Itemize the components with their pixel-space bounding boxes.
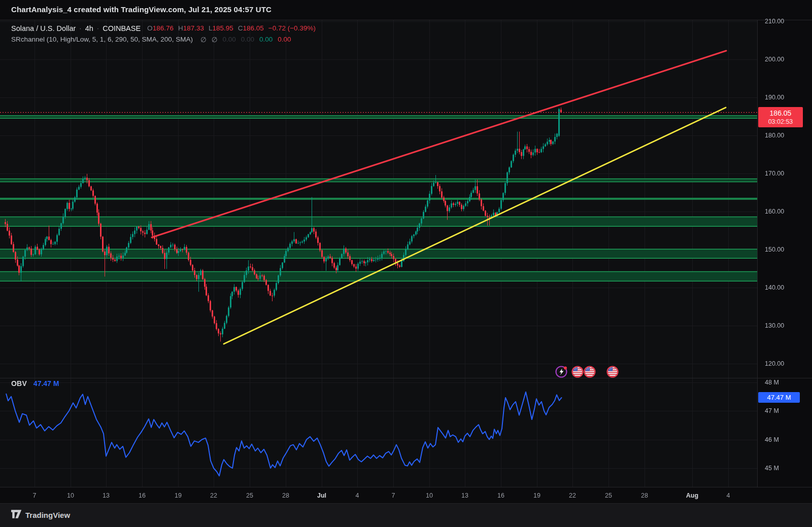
flash-event-icon[interactable] [555, 365, 568, 378]
indicator-value: 0.00 [259, 36, 273, 44]
time-axis-label: Aug [686, 492, 698, 499]
interval-label[interactable]: 4h [85, 24, 93, 32]
page-title: ChartAnalysis_4 created with TradingView… [11, 5, 272, 14]
ohlc-value: 185.95 [212, 24, 233, 32]
time-axis-label: 19 [175, 492, 182, 499]
time-axis-label: 4 [356, 492, 359, 499]
tradingview-brand-text: TradingView [25, 511, 70, 519]
tradingview-brand[interactable]: TradingView [11, 510, 70, 520]
indicator-value: ∅ [212, 36, 218, 44]
time-axis-label: 10 [67, 492, 74, 499]
indicator-title[interactable]: SRchannel (10, High/Low, 5, 1, 6, 290, 5… [11, 36, 193, 43]
price-axis-label: 180.00 [765, 132, 784, 139]
time-axis-label: 25 [605, 492, 612, 499]
us-flag-icon[interactable] [583, 365, 596, 378]
us-flag-icon[interactable] [571, 365, 584, 378]
indicator-value: 0.00 [241, 36, 254, 44]
time-axis-label: 13 [461, 492, 468, 499]
time-axis-label: 7 [33, 492, 37, 499]
indicator-value: 0.00 [223, 36, 236, 44]
time-axis-label: 25 [246, 492, 253, 499]
indicator-value: ∅ [200, 36, 207, 44]
symbol-title[interactable]: Solana / U.S. Dollar [11, 24, 76, 32]
time-axis-label: 28 [641, 492, 648, 499]
ohlc-values: O186.76H187.33L185.95C186.05 [147, 24, 264, 32]
price-axis-label: 150.00 [765, 246, 784, 253]
legend-separator: · [97, 24, 99, 32]
time-axis-label: 7 [392, 492, 395, 499]
obv-value-badge: 47.47 M [758, 392, 800, 403]
bar-countdown: 03:02:53 [758, 117, 803, 126]
obv-axis-label: 46 M [765, 436, 779, 443]
us-flag-icon[interactable] [606, 365, 619, 378]
tradingview-chart-window: ChartAnalysis_4 created with TradingView… [0, 0, 812, 527]
time-axis-label: 16 [497, 492, 504, 499]
time-axis-label: 22 [210, 492, 217, 499]
legend-separator: · [79, 24, 81, 32]
price-axis-label: 120.00 [765, 360, 784, 367]
indicator-row: SRchannel (10, High/Low, 5, 1, 6, 290, 5… [11, 34, 316, 45]
time-axis-label: 28 [282, 492, 289, 499]
indicator-values: ∅∅0.000.000.000.00 [200, 36, 291, 44]
ohlc-pair: H187.33 [178, 24, 204, 32]
time-axis-label: 22 [569, 492, 576, 499]
legend: Solana / U.S. Dollar · 4h · COINBASE O18… [11, 23, 316, 45]
obv-axis-label: 47 M [765, 407, 779, 414]
price-axis-label: 200.00 [765, 56, 784, 63]
price-axis-label: 170.00 [765, 170, 784, 177]
price-axis-label: 210.00 [765, 18, 784, 25]
obv-label[interactable]: OBV [11, 379, 27, 388]
ohlc-key: C [238, 24, 243, 32]
time-axis-label: 10 [426, 492, 433, 499]
footer: TradingView [0, 503, 812, 527]
time-axis-label: 19 [533, 492, 540, 499]
price-axis-label: 160.00 [765, 208, 784, 215]
obv-axis-label: 45 M [765, 465, 779, 472]
price-axis-label: 190.00 [765, 94, 784, 101]
ohlc-key: O [147, 24, 153, 32]
price-axis-label: 140.00 [765, 284, 784, 291]
price-axis-label: 130.00 [765, 322, 784, 329]
current-price-badge: 186.05 03:02:53 [758, 107, 803, 127]
ohlc-value: 187.33 [183, 24, 204, 32]
chart-canvas[interactable] [0, 0, 812, 527]
tradingview-logo-icon [11, 510, 22, 520]
ohlc-value: 186.05 [243, 24, 264, 32]
current-price-value: 186.05 [758, 108, 803, 118]
ohlc-value: 186.76 [153, 24, 174, 32]
ohlc-pair: O186.76 [147, 24, 174, 32]
ohlc-pair: C186.05 [238, 24, 264, 32]
ohlc-key: H [178, 24, 183, 32]
obv-value: 47.47 M [33, 379, 59, 388]
change-value: −0.72 (−0.39%) [268, 24, 316, 32]
time-axis-label: 13 [103, 492, 110, 499]
time-axis-label: Jul [317, 492, 326, 499]
indicator-value: 0.00 [278, 36, 291, 44]
symbol-row: Solana / U.S. Dollar · 4h · COINBASE O18… [11, 23, 316, 33]
exchange-label[interactable]: COINBASE [103, 24, 141, 32]
obv-axis-label: 48 M [765, 379, 779, 386]
obv-legend: OBV 47.47 M [11, 379, 59, 388]
ohlc-pair: L185.95 [209, 24, 233, 32]
time-axis-label: 16 [139, 492, 146, 499]
time-axis-label: 4 [727, 492, 730, 499]
